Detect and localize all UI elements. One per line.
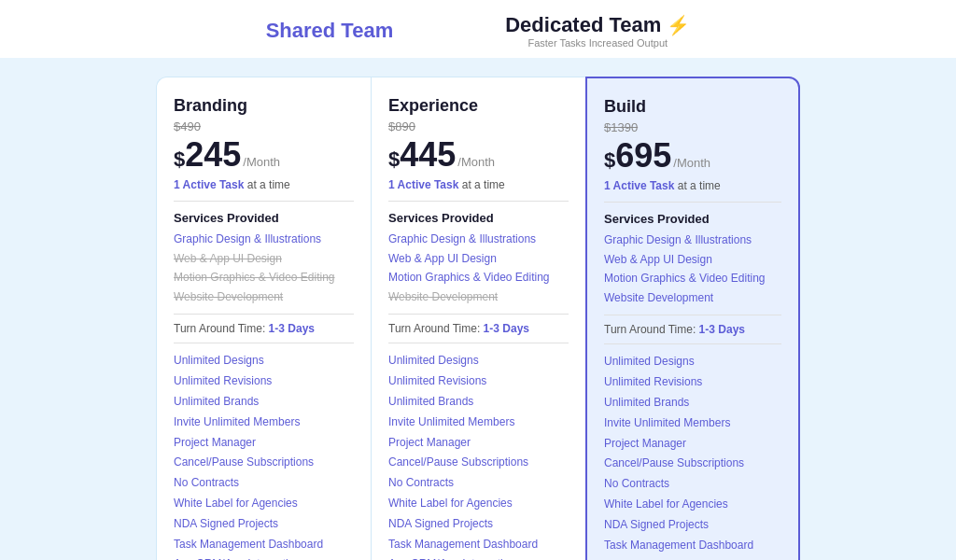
service-item-build-3: Website Development <box>604 291 781 306</box>
feature-item-build-2: Unlimited Brands <box>604 395 781 411</box>
plan-name-build: Build <box>604 97 781 117</box>
plans-container: Branding$490$245/Month1 Active Task at a… <box>0 58 956 560</box>
feature-item-experience-2: Unlimited Brands <box>388 394 569 410</box>
lightning-icon: ⚡ <box>667 14 690 36</box>
plan-price-dollar-build: $ <box>604 148 615 173</box>
active-task-suffix-branding: at a time <box>244 178 289 191</box>
turnaround-prefix-experience: Turn Around Time: <box>388 322 484 335</box>
feature-item-build-6: No Contracts <box>604 476 781 492</box>
turnaround-value-experience: 1-3 Days <box>484 322 529 335</box>
feature-item-branding-7: White Label for Agencies <box>174 496 354 511</box>
service-item-branding-2: Motion Graphics & Video Editing <box>174 271 354 286</box>
shared-team-label[interactable]: Shared Team <box>266 19 394 43</box>
service-item-experience-0: Graphic Design & Illustrations <box>388 232 569 247</box>
plan-price-period-experience: /Month <box>457 155 495 169</box>
turnaround-build: Turn Around Time: 1-3 Days <box>604 315 781 344</box>
active-task-branding: 1 Active Task at a time <box>174 178 354 202</box>
active-task-highlight-experience: 1 Active Task <box>388 178 458 191</box>
plan-price-dollar-branding: $ <box>174 147 185 172</box>
plan-original-price-build: $1390 <box>604 120 781 134</box>
active-task-experience: 1 Active Task at a time <box>388 178 569 202</box>
plan-card-experience: Experience$890$445/Month1 Active Task at… <box>371 77 585 560</box>
dedicated-team-subtitle: Faster Tasks Increased Output <box>527 37 668 49</box>
feature-item-branding-4: Project Manager <box>174 435 354 451</box>
feature-item-branding-0: Unlimited Designs <box>174 353 354 369</box>
plan-price-row-build: $695/Month <box>604 136 781 175</box>
plan-price-row-branding: $245/Month <box>174 135 354 175</box>
service-item-build-0: Graphic Design & Illustrations <box>604 233 781 248</box>
feature-item-experience-3: Invite Unlimited Members <box>388 414 569 430</box>
service-item-experience-3: Website Development <box>388 290 569 305</box>
feature-item-experience-1: Unlimited Revisions <box>388 373 569 389</box>
service-item-experience-2: Motion Graphics & Video Editing <box>388 271 569 286</box>
plan-original-price-branding: $490 <box>174 119 354 133</box>
plan-price-period-branding: /Month <box>243 155 280 169</box>
feature-item-build-8: NDA Signed Projects <box>604 517 781 533</box>
feature-item-branding-3: Invite Unlimited Members <box>174 414 354 430</box>
turnaround-branding: Turn Around Time: 1-3 Days <box>174 314 354 343</box>
feature-item-branding-8: NDA Signed Projects <box>174 516 354 532</box>
service-item-build-1: Web & App UI Design <box>604 253 781 268</box>
active-task-highlight-build: 1 Active Task <box>604 179 674 192</box>
feature-item-build-5: Cancel/Pause Subscriptions <box>604 455 781 471</box>
feature-item-build-0: Unlimited Designs <box>604 354 781 370</box>
active-task-highlight-branding: 1 Active Task <box>174 178 244 191</box>
feature-item-branding-6: No Contracts <box>174 475 354 491</box>
service-item-branding-3: Website Development <box>174 290 354 305</box>
feature-item-branding-5: Cancel/Pause Subscriptions <box>174 455 354 470</box>
dedicated-team-section: Dedicated Team ⚡ Faster Tasks Increased … <box>505 13 690 49</box>
feature-item-experience-4: Project Manager <box>388 435 569 451</box>
feature-item-build-4: Project Manager <box>604 436 781 452</box>
plan-price-amount-experience: 445 <box>400 135 456 175</box>
service-item-branding-0: Graphic Design & Illustrations <box>174 232 354 247</box>
feature-item-experience-6: No Contracts <box>388 475 569 491</box>
active-task-build: 1 Active Task at a time <box>604 179 781 203</box>
active-task-suffix-experience: at a time <box>458 178 504 191</box>
feature-item-experience-5: Cancel/Pause Subscriptions <box>388 455 569 470</box>
feature-item-branding-9: Task Management Dashboard <box>174 537 354 553</box>
services-title-experience: Services Provided <box>388 211 569 225</box>
plan-card-build: Build$1390$695/Month1 Active Task at a t… <box>585 77 800 560</box>
feature-item-experience-9: Task Management Dashboard <box>388 537 569 553</box>
turnaround-experience: Turn Around Time: 1-3 Days <box>388 314 569 343</box>
service-item-experience-1: Web & App UI Design <box>388 252 569 267</box>
feature-item-branding-1: Unlimited Revisions <box>174 373 354 389</box>
plan-price-dollar-experience: $ <box>388 147 400 172</box>
feature-item-build-9: Task Management Dashboard <box>604 538 781 553</box>
plan-card-branding: Branding$490$245/Month1 Active Task at a… <box>156 77 371 560</box>
feature-item-experience-8: NDA Signed Projects <box>388 516 569 532</box>
turnaround-value-branding: 1-3 Days <box>269 322 315 335</box>
feature-item-build-7: White Label for Agencies <box>604 497 781 512</box>
plan-original-price-experience: $890 <box>388 119 569 133</box>
feature-item-build-1: Unlimited Revisions <box>604 374 781 390</box>
plan-name-branding: Branding <box>174 96 354 116</box>
active-task-suffix-build: at a time <box>674 179 720 192</box>
service-item-build-2: Motion Graphics & Video Editing <box>604 272 781 287</box>
turnaround-prefix-build: Turn Around Time: <box>604 323 699 336</box>
plan-price-amount-build: 695 <box>615 136 671 175</box>
dedicated-team-title: Dedicated Team ⚡ <box>505 13 690 37</box>
plan-name-experience: Experience <box>388 96 569 116</box>
services-title-branding: Services Provided <box>174 211 354 225</box>
plan-price-row-experience: $445/Month <box>388 135 569 175</box>
page-header: Shared Team Dedicated Team ⚡ Faster Task… <box>0 0 956 58</box>
feature-item-experience-0: Unlimited Designs <box>388 353 569 369</box>
plan-price-amount-branding: 245 <box>185 135 241 175</box>
feature-item-experience-7: White Label for Agencies <box>388 496 569 511</box>
feature-item-experience-10: Any CRM/App Integrations <box>388 556 569 560</box>
turnaround-prefix-branding: Turn Around Time: <box>174 322 269 335</box>
feature-item-branding-2: Unlimited Brands <box>174 394 354 410</box>
dedicated-team-text: Dedicated Team <box>505 13 661 37</box>
feature-item-build-3: Invite Unlimited Members <box>604 415 781 431</box>
services-title-build: Services Provided <box>604 212 781 226</box>
plan-price-period-build: /Month <box>673 156 710 170</box>
turnaround-value-build: 1-3 Days <box>699 323 745 336</box>
feature-item-branding-10: Any CRM/App Integrations <box>174 556 354 560</box>
service-item-branding-1: Web & App UI Design <box>174 252 354 267</box>
